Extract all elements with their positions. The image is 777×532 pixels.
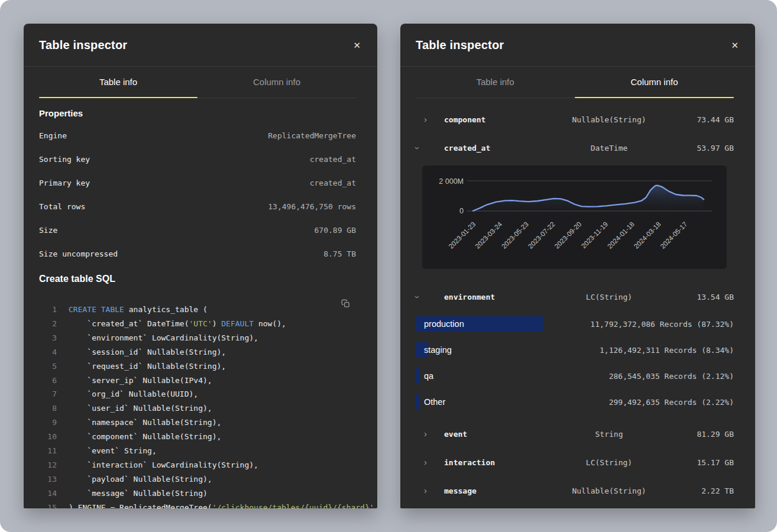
close-icon[interactable]: ✕: [729, 38, 741, 52]
value-bar-row: Other299,492,635 Records (2.22%): [416, 389, 734, 415]
sql-code-line: 3 `environment` LowCardinality(String),: [39, 331, 356, 345]
column-name: message: [433, 486, 551, 495]
sql-token: `server_ip` Nullable(IPv4),: [69, 374, 212, 388]
tab-table-info[interactable]: Table info: [416, 67, 575, 98]
sql-token: `interaction` LowCardinality(String),: [69, 458, 258, 472]
value-bar-cell: production: [416, 316, 590, 332]
sql-token: CREATE TABLE: [69, 303, 124, 317]
sql-code-line: 11 `event` String,: [39, 444, 356, 458]
chevron-cell: ›: [416, 485, 433, 496]
column-name: environment: [433, 293, 551, 301]
sql-code-line: 7 `org_id` Nullable(UUID),: [39, 387, 356, 401]
value-bar-cell: Other: [416, 394, 609, 410]
table-inspector-dialog-right: Table inspector ✕ Table info Column info…: [400, 24, 755, 508]
properties-list: EngineReplicatedMergeTreeSorting keycrea…: [39, 124, 356, 265]
chevron-right-icon[interactable]: ›: [416, 115, 427, 124]
column-row-component[interactable]: ›componentNullable(String)73.44 GB: [416, 105, 734, 134]
line-number: 3: [39, 331, 57, 345]
property-label: Size uncompressed: [39, 249, 118, 258]
value-bar-row: qa286,545,035 Records (2.12%): [416, 363, 734, 389]
value-records: 1,126,492,311 Records (8.34%): [600, 346, 734, 355]
line-number: 8: [39, 401, 57, 416]
value-bar-cell: qa: [416, 368, 609, 384]
column-size: 73.44 GB: [668, 115, 734, 124]
property-value: created_at: [310, 155, 356, 164]
property-row: Sorting keycreated_at: [39, 147, 356, 171]
value-label: production: [416, 319, 464, 329]
chevron-right-icon[interactable]: ›: [416, 486, 427, 495]
column-size: 81.29 GB: [668, 430, 734, 439]
chevron-cell: ›: [416, 291, 433, 302]
dialog-header: Table inspector ✕: [400, 24, 755, 67]
sql-code-line: 13 `payload` Nullable(String),: [39, 472, 356, 486]
close-icon[interactable]: ✕: [351, 38, 363, 52]
column-name: interaction: [433, 458, 551, 467]
sql-code: 1CREATE TABLE analytics_table (2 `create…: [39, 303, 356, 508]
create-table-sql-heading: Create table SQL: [39, 274, 356, 284]
property-value: created_at: [310, 179, 356, 187]
property-row: EngineReplicatedMergeTree: [39, 124, 356, 147]
property-row: Primary keycreated_at: [39, 171, 356, 194]
sql-code-line: 5 `request_id` Nullable(String),: [39, 359, 356, 374]
sql-token: DEFAULT: [221, 317, 254, 331]
sql-token: '/clickhouse/tables/{uuid}/{shard}': [212, 501, 374, 508]
tab-column-info[interactable]: Column info: [575, 67, 734, 98]
sql-code-line: 6 `server_ip` Nullable(IPv4),: [39, 374, 356, 388]
tab-table-info[interactable]: Table info: [39, 67, 198, 98]
column-name: event: [433, 430, 551, 439]
sql-code-block: 1CREATE TABLE analytics_table (2 `create…: [39, 303, 356, 508]
sql-code-line: 9 `namespace` Nullable(String),: [39, 416, 356, 430]
table-inspector-dialog-left: Table inspector ✕ Table info Column info…: [24, 24, 377, 508]
sql-code-line: 12 `interaction` LowCardinality(String),: [39, 458, 356, 472]
line-number: 13: [39, 472, 57, 486]
sql-token: ,: [374, 501, 377, 508]
property-label: Total rows: [39, 202, 85, 211]
chevron-cell: ›: [416, 457, 433, 468]
dialog-title: Table inspector: [39, 38, 127, 52]
line-number: 15: [39, 501, 57, 508]
sql-token: `event` String,: [69, 444, 157, 458]
chevron-down-icon[interactable]: ›: [413, 147, 422, 150]
chevron-right-icon[interactable]: ›: [416, 458, 427, 466]
column-size: 2.22 TB: [668, 486, 734, 495]
line-number: 1: [39, 303, 57, 317]
sql-token: `org_id` Nullable(UUID),: [69, 387, 198, 401]
property-value: ReplicatedMergeTree: [268, 131, 356, 140]
column-row-message[interactable]: ›messageNullable(String)2.22 TB: [416, 476, 734, 505]
chevron-down-icon[interactable]: ›: [413, 296, 422, 299]
column-row-environment[interactable]: ›environmentLC(String)13.54 GB: [416, 283, 734, 311]
column-row-event[interactable]: ›eventString81.29 GB: [416, 420, 734, 448]
line-number: 7: [39, 387, 57, 401]
value-label: staging: [416, 345, 452, 355]
column-row-interaction[interactable]: ›interactionLC(String)15.17 GB: [416, 448, 734, 476]
chevron-right-icon[interactable]: ›: [416, 429, 427, 438]
property-label: Sorting key: [39, 155, 90, 164]
property-label: Primary key: [39, 179, 90, 187]
value-bar-cell: staging: [416, 342, 600, 358]
column-row-created_at[interactable]: ›created_atDateTime53.97 GB: [416, 134, 734, 162]
sql-token: `message` Nullable(String): [69, 486, 208, 501]
value-records: 11,792,372,086 Records (87.32%): [590, 320, 734, 329]
property-value: 8.75 TB: [323, 249, 356, 258]
sql-code-line: 8 `user_id` Nullable(String),: [39, 401, 356, 416]
chevron-cell: ›: [416, 142, 433, 153]
copy-icon[interactable]: [341, 299, 350, 310]
sql-code-line: 4 `session_id` Nullable(String),: [39, 345, 356, 359]
sql-token: `namespace` Nullable(String),: [69, 416, 221, 430]
tab-column-info[interactable]: Column info: [198, 67, 356, 98]
chart-axis-label: 2024-01-18: [606, 220, 636, 250]
sql-token: `created_at` DateTime(: [69, 317, 189, 331]
dialog-header: Table inspector ✕: [24, 24, 377, 67]
columns-list: ›componentNullable(String)73.44 GB›creat…: [400, 98, 755, 505]
line-number: 2: [39, 317, 57, 331]
sql-token: `environment` LowCardinality(String),: [69, 331, 258, 345]
chart-axis-label: 2 000M: [439, 177, 464, 186]
screen-backdrop: Table inspector ✕ Table info Column info…: [0, 0, 777, 532]
sql-token: `request_id` Nullable(String),: [69, 359, 226, 374]
sql-code-line: 10 `component` Nullable(String),: [39, 430, 356, 444]
column-size: 15.17 GB: [668, 458, 734, 467]
value-label: Other: [416, 397, 445, 407]
line-number: 14: [39, 486, 57, 501]
bars-gap: [416, 415, 734, 420]
chart-axis-label: 2023-07-22: [527, 220, 556, 250]
